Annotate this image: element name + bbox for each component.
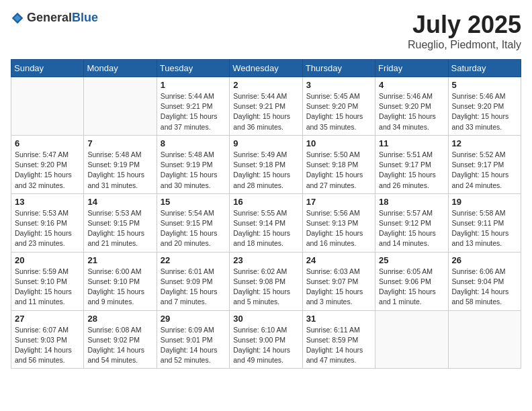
day-number: 18 bbox=[379, 197, 444, 207]
day-info: Sunrise: 5:52 AMSunset: 9:17 PMDaylight:… bbox=[452, 150, 517, 191]
table-row: 22Sunrise: 6:01 AMSunset: 9:09 PMDayligh… bbox=[157, 252, 229, 310]
day-info: Sunrise: 5:46 AMSunset: 9:20 PMDaylight:… bbox=[379, 91, 444, 132]
page-header: GeneralBlue July 2025 Rueglio, Piedmont,… bbox=[11, 11, 521, 51]
day-info: Sunrise: 5:49 AMSunset: 9:18 PMDaylight:… bbox=[233, 150, 298, 191]
day-info: Sunrise: 5:54 AMSunset: 9:15 PMDaylight:… bbox=[161, 208, 226, 249]
header-saturday: Saturday bbox=[448, 60, 521, 77]
header-thursday: Thursday bbox=[302, 60, 375, 77]
day-number: 21 bbox=[87, 255, 152, 265]
table-row bbox=[375, 310, 448, 369]
day-info: Sunrise: 5:48 AMSunset: 9:19 PMDaylight:… bbox=[161, 150, 226, 191]
day-number: 24 bbox=[306, 255, 371, 265]
day-number: 22 bbox=[161, 255, 226, 265]
table-row: 30Sunrise: 6:10 AMSunset: 9:00 PMDayligh… bbox=[230, 310, 302, 369]
day-number: 25 bbox=[379, 255, 444, 265]
table-row: 16Sunrise: 5:55 AMSunset: 9:14 PMDayligh… bbox=[230, 193, 302, 252]
day-number: 23 bbox=[233, 255, 298, 265]
day-info: Sunrise: 6:07 AMSunset: 9:03 PMDaylight:… bbox=[15, 325, 80, 366]
day-info: Sunrise: 5:56 AMSunset: 9:13 PMDaylight:… bbox=[306, 208, 371, 249]
day-info: Sunrise: 5:58 AMSunset: 9:11 PMDaylight:… bbox=[452, 208, 517, 249]
day-info: Sunrise: 5:51 AMSunset: 9:17 PMDaylight:… bbox=[379, 150, 444, 191]
day-number: 26 bbox=[452, 255, 517, 265]
table-row: 31Sunrise: 6:11 AMSunset: 8:59 PMDayligh… bbox=[302, 310, 375, 369]
day-number: 30 bbox=[233, 314, 298, 324]
day-info: Sunrise: 5:59 AMSunset: 9:10 PMDaylight:… bbox=[15, 267, 80, 308]
day-info: Sunrise: 5:57 AMSunset: 9:12 PMDaylight:… bbox=[379, 208, 444, 249]
day-number: 27 bbox=[15, 314, 80, 324]
day-info: Sunrise: 6:03 AMSunset: 9:07 PMDaylight:… bbox=[306, 267, 371, 308]
table-row: 19Sunrise: 5:58 AMSunset: 9:11 PMDayligh… bbox=[448, 193, 521, 252]
table-row: 25Sunrise: 6:05 AMSunset: 9:06 PMDayligh… bbox=[375, 252, 448, 310]
calendar-week-4: 20Sunrise: 5:59 AMSunset: 9:10 PMDayligh… bbox=[11, 252, 521, 310]
calendar-week-3: 13Sunrise: 5:53 AMSunset: 9:16 PMDayligh… bbox=[11, 193, 521, 252]
table-row: 10Sunrise: 5:50 AMSunset: 9:18 PMDayligh… bbox=[302, 135, 375, 193]
table-row: 8Sunrise: 5:48 AMSunset: 9:19 PMDaylight… bbox=[157, 135, 229, 193]
month-title: July 2025 bbox=[408, 11, 521, 39]
day-info: Sunrise: 5:50 AMSunset: 9:18 PMDaylight:… bbox=[306, 150, 371, 191]
day-info: Sunrise: 5:44 AMSunset: 9:21 PMDaylight:… bbox=[161, 91, 226, 132]
table-row: 11Sunrise: 5:51 AMSunset: 9:17 PMDayligh… bbox=[375, 135, 448, 193]
table-row: 29Sunrise: 6:09 AMSunset: 9:01 PMDayligh… bbox=[157, 310, 229, 369]
header-monday: Monday bbox=[84, 60, 157, 77]
table-row: 4Sunrise: 5:46 AMSunset: 9:20 PMDaylight… bbox=[375, 77, 448, 136]
day-info: Sunrise: 5:44 AMSunset: 9:21 PMDaylight:… bbox=[233, 91, 298, 132]
table-row: 2Sunrise: 5:44 AMSunset: 9:21 PMDaylight… bbox=[230, 77, 302, 136]
day-number: 14 bbox=[87, 197, 152, 207]
logo-general: General bbox=[27, 11, 72, 24]
day-info: Sunrise: 6:08 AMSunset: 9:02 PMDaylight:… bbox=[87, 325, 152, 366]
day-number: 19 bbox=[452, 197, 517, 207]
day-number: 5 bbox=[452, 80, 517, 90]
table-row bbox=[448, 310, 521, 369]
logo-blue: Blue bbox=[72, 11, 98, 24]
table-row: 21Sunrise: 6:00 AMSunset: 9:10 PMDayligh… bbox=[84, 252, 157, 310]
table-row: 17Sunrise: 5:56 AMSunset: 9:13 PMDayligh… bbox=[302, 193, 375, 252]
day-info: Sunrise: 5:46 AMSunset: 9:20 PMDaylight:… bbox=[452, 91, 517, 132]
table-row: 6Sunrise: 5:47 AMSunset: 9:20 PMDaylight… bbox=[11, 135, 84, 193]
day-number: 1 bbox=[161, 80, 226, 90]
day-number: 7 bbox=[87, 138, 152, 148]
header-sunday: Sunday bbox=[11, 60, 84, 77]
day-number: 20 bbox=[15, 255, 80, 265]
table-row bbox=[84, 77, 157, 136]
day-info: Sunrise: 5:47 AMSunset: 9:20 PMDaylight:… bbox=[15, 150, 80, 191]
title-block: July 2025 Rueglio, Piedmont, Italy bbox=[408, 11, 521, 51]
day-number: 31 bbox=[306, 314, 371, 324]
day-info: Sunrise: 5:55 AMSunset: 9:14 PMDaylight:… bbox=[233, 208, 298, 249]
day-number: 12 bbox=[452, 138, 517, 148]
day-number: 16 bbox=[233, 197, 298, 207]
day-info: Sunrise: 6:00 AMSunset: 9:10 PMDaylight:… bbox=[87, 267, 152, 308]
table-row: 18Sunrise: 5:57 AMSunset: 9:12 PMDayligh… bbox=[375, 193, 448, 252]
day-number: 29 bbox=[161, 314, 226, 324]
table-row: 27Sunrise: 6:07 AMSunset: 9:03 PMDayligh… bbox=[11, 310, 84, 369]
table-row: 28Sunrise: 6:08 AMSunset: 9:02 PMDayligh… bbox=[84, 310, 157, 369]
day-number: 2 bbox=[233, 80, 298, 90]
calendar-week-5: 27Sunrise: 6:07 AMSunset: 9:03 PMDayligh… bbox=[11, 310, 521, 369]
logo-icon bbox=[11, 11, 24, 25]
day-info: Sunrise: 6:09 AMSunset: 9:01 PMDaylight:… bbox=[161, 325, 226, 366]
table-row: 1Sunrise: 5:44 AMSunset: 9:21 PMDaylight… bbox=[157, 77, 229, 136]
day-number: 13 bbox=[15, 197, 80, 207]
day-number: 17 bbox=[306, 197, 371, 207]
table-row bbox=[11, 77, 84, 136]
logo: GeneralBlue bbox=[11, 11, 98, 25]
day-number: 11 bbox=[379, 138, 444, 148]
day-info: Sunrise: 6:10 AMSunset: 9:00 PMDaylight:… bbox=[233, 325, 298, 366]
calendar-week-2: 6Sunrise: 5:47 AMSunset: 9:20 PMDaylight… bbox=[11, 135, 521, 193]
header-tuesday: Tuesday bbox=[157, 60, 229, 77]
calendar-table: Sunday Monday Tuesday Wednesday Thursday… bbox=[11, 59, 521, 369]
table-row: 20Sunrise: 5:59 AMSunset: 9:10 PMDayligh… bbox=[11, 252, 84, 310]
day-info: Sunrise: 5:53 AMSunset: 9:15 PMDaylight:… bbox=[87, 208, 152, 249]
day-info: Sunrise: 6:01 AMSunset: 9:09 PMDaylight:… bbox=[161, 267, 226, 308]
day-number: 8 bbox=[161, 138, 226, 148]
table-row: 9Sunrise: 5:49 AMSunset: 9:18 PMDaylight… bbox=[230, 135, 302, 193]
day-info: Sunrise: 6:02 AMSunset: 9:08 PMDaylight:… bbox=[233, 267, 298, 308]
day-number: 15 bbox=[161, 197, 226, 207]
day-info: Sunrise: 6:11 AMSunset: 8:59 PMDaylight:… bbox=[306, 325, 371, 366]
header-friday: Friday bbox=[375, 60, 448, 77]
day-info: Sunrise: 5:45 AMSunset: 9:20 PMDaylight:… bbox=[306, 91, 371, 132]
day-number: 4 bbox=[379, 80, 444, 90]
table-row: 26Sunrise: 6:06 AMSunset: 9:04 PMDayligh… bbox=[448, 252, 521, 310]
day-info: Sunrise: 5:48 AMSunset: 9:19 PMDaylight:… bbox=[87, 150, 152, 191]
calendar-week-1: 1Sunrise: 5:44 AMSunset: 9:21 PMDaylight… bbox=[11, 77, 521, 136]
weekday-header-row: Sunday Monday Tuesday Wednesday Thursday… bbox=[11, 60, 521, 77]
